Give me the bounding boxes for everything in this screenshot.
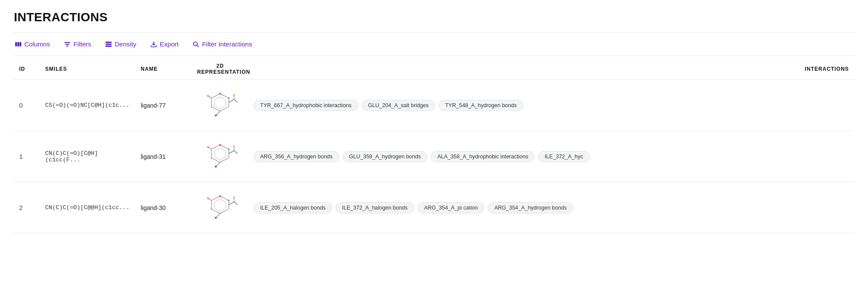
filters-button[interactable]: Filters <box>63 39 92 49</box>
cell-interactions: TYR_667_A_hydrophobic interactionsGLU_20… <box>248 80 854 131</box>
cell-id: 1 <box>14 131 40 182</box>
interactions-table: ID SMILES Name 2DRepresentation INTERACT… <box>14 56 854 233</box>
page-title: INTERACTIONS <box>14 10 854 24</box>
svg-marker-12 <box>215 97 226 109</box>
density-icon <box>105 41 112 48</box>
cell-id: 0 <box>14 80 40 131</box>
interaction-tag[interactable]: ILE_372_A_halogen bonds <box>336 202 414 213</box>
svg-point-45 <box>233 197 235 199</box>
cell-name: ligand-77 <box>135 80 192 131</box>
table-row: 0 CS(=O)(=O)NC[C@H](c1c... ligand-77 TYR… <box>14 80 854 131</box>
cell-name: ligand-31 <box>135 131 192 182</box>
interaction-tag[interactable]: ARG_354_A_pi cation <box>418 202 485 213</box>
svg-point-30 <box>228 148 230 150</box>
svg-line-20 <box>216 111 220 115</box>
interaction-tag[interactable]: TYR_667_A_hydrophobic interactions <box>254 100 358 111</box>
export-icon <box>150 41 157 48</box>
interaction-tag[interactable]: ARG_356_A_hydrogen bonds <box>254 151 339 162</box>
svg-point-18 <box>211 106 212 108</box>
svg-marker-24 <box>211 145 229 162</box>
interaction-tag[interactable]: TYR_548_A_hydrogen bonds <box>439 100 523 111</box>
svg-point-47 <box>215 217 217 219</box>
svg-line-46 <box>216 213 220 218</box>
svg-line-39 <box>229 202 234 205</box>
svg-point-16 <box>219 93 221 95</box>
interactions-list: TYR_667_A_hydrophobic interactionsGLU_20… <box>254 100 844 111</box>
svg-line-33 <box>216 162 220 167</box>
svg-point-21 <box>215 115 217 116</box>
interactions-list: ILE_205_A_halogen bondsILE_372_A_halogen… <box>254 202 844 213</box>
table-row: 1 CN(C)C(=O)[C@H](c1cc(F... ligand-31 AR… <box>14 131 854 182</box>
toolbar: Columns Filters Density Export Filter In… <box>14 32 854 56</box>
svg-line-10 <box>197 45 199 47</box>
svg-rect-6 <box>106 42 112 43</box>
svg-point-34 <box>215 166 217 167</box>
col-header-smiles: SMILES <box>40 56 135 80</box>
svg-line-14 <box>234 99 238 102</box>
cell-interactions: ARG_356_A_hydrogen bondsGLU_359_A_hydrog… <box>248 131 854 182</box>
cell-smiles: CS(=O)(=O)NC[C@H](c1c... <box>40 80 135 131</box>
table-row: 2 CN(C)C(=O)[C@@H](c1cc... ligand-30 ILE… <box>14 182 854 233</box>
col-header-interactions: INTERACTIONS <box>248 56 854 80</box>
columns-icon <box>15 41 22 48</box>
svg-marker-37 <box>211 196 229 213</box>
svg-rect-8 <box>106 46 112 47</box>
table-container: ID SMILES Name 2DRepresentation INTERACT… <box>14 56 854 233</box>
svg-line-13 <box>229 99 234 102</box>
svg-marker-25 <box>215 148 226 160</box>
svg-point-29 <box>219 144 221 146</box>
svg-rect-2 <box>20 42 21 46</box>
columns-button[interactable]: Columns <box>14 39 51 49</box>
interaction-tag[interactable]: GLU_204_A_salt bridges <box>362 100 436 111</box>
cell-interactions: ILE_205_A_halogen bondsILE_372_A_halogen… <box>248 182 854 233</box>
interactions-list: ARG_356_A_hydrogen bondsGLU_359_A_hydrog… <box>254 151 844 162</box>
svg-point-31 <box>211 157 212 159</box>
svg-rect-1 <box>17 42 19 46</box>
col-header-id: ID <box>14 56 40 80</box>
filters-label: Filters <box>73 40 91 48</box>
columns-label: Columns <box>24 40 50 48</box>
interaction-tag[interactable]: ARG_354_A_hydrogen bonds <box>488 202 573 213</box>
svg-marker-38 <box>215 199 226 211</box>
interaction-tag[interactable]: ILE_372_A_hyc <box>538 151 589 162</box>
svg-line-26 <box>229 151 234 154</box>
svg-point-19 <box>233 94 235 96</box>
filters-icon <box>64 41 71 48</box>
cell-id: 2 <box>14 182 40 233</box>
density-button[interactable]: Density <box>104 39 137 49</box>
svg-point-44 <box>211 208 212 210</box>
svg-point-49 <box>207 197 209 199</box>
cell-smiles: CN(C)C(=O)[C@@H](c1cc... <box>40 182 135 233</box>
export-label: Export <box>160 40 178 48</box>
cell-2d <box>192 80 248 131</box>
svg-marker-11 <box>211 94 229 111</box>
cell-2d <box>192 131 248 182</box>
svg-point-23 <box>207 95 209 97</box>
cell-2d <box>192 182 248 233</box>
svg-line-27 <box>234 151 238 154</box>
interaction-tag[interactable]: GLU_359_A_hydrogen bonds <box>343 151 427 162</box>
svg-point-17 <box>228 97 230 99</box>
cell-smiles: CN(C)C(=O)[C@H](c1cc(F... <box>40 131 135 182</box>
svg-point-42 <box>219 195 221 197</box>
svg-point-43 <box>228 200 230 201</box>
export-button[interactable]: Export <box>149 39 179 49</box>
filter-interactions-button[interactable]: Filter Interactions <box>191 39 253 49</box>
svg-point-32 <box>233 145 235 148</box>
interaction-tag[interactable]: ILE_205_A_halogen bonds <box>254 202 332 213</box>
search-icon <box>192 41 199 48</box>
cell-name: ligand-30 <box>135 182 192 233</box>
interaction-tag[interactable]: ALA_358_A_hydrophobic interactions <box>431 151 535 162</box>
svg-rect-7 <box>106 43 112 45</box>
density-label: Density <box>115 40 136 48</box>
svg-rect-0 <box>15 42 17 46</box>
filter-interactions-label: Filter Interactions <box>202 40 252 48</box>
svg-point-36 <box>207 146 209 148</box>
col-header-name: Name <box>135 56 192 80</box>
svg-line-40 <box>234 202 238 205</box>
col-header-2d: 2DRepresentation <box>192 56 248 80</box>
